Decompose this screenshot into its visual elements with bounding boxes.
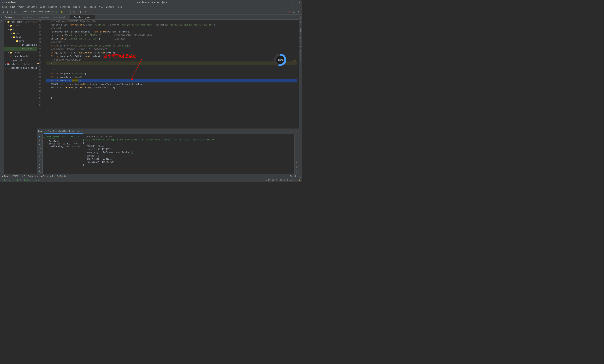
project-close-button[interactable]: − <box>33 16 36 19</box>
tab-pom-xml[interactable]: m pom.xml (face-demo) × <box>37 15 70 19</box>
translate-button[interactable]: A <box>84 10 88 14</box>
menu-edit[interactable]: Edit <box>9 5 17 9</box>
run-right-btn-down[interactable]: ▼ <box>295 139 299 143</box>
bottom-tool-terminal[interactable]: ▣ Terminal <box>40 175 55 178</box>
tree-item-pom[interactable]: ▶ m pom.xml <box>4 58 37 62</box>
run-config-selector[interactable]: ▶ FaceTest.testFaceRegister ▾ <box>20 10 54 13</box>
menu-window[interactable]: Window <box>105 5 115 9</box>
run-tree-facetest[interactable]: ▼ ✓ FaceTest (cn.itcast.baidu) 2s 299ms <box>43 141 81 145</box>
tree-item-src[interactable]: ▼ 📁 src <box>4 28 37 31</box>
menu-help[interactable]: Help <box>115 5 123 9</box>
expand-button[interactable]: ⤢ <box>88 10 93 14</box>
menu-refactor[interactable]: Refactor <box>59 5 72 9</box>
code-line-26: options.put("liveness_control", "LOW"); … <box>46 37 297 40</box>
problems-nav-up[interactable]: ∧ <box>292 10 296 14</box>
code-content[interactable]: //1.创建java代码和百度云交互的client对象 AipFace clie… <box>44 20 297 129</box>
tree-item-test[interactable]: ▼ 📁 test <box>4 35 37 39</box>
project-settings-button[interactable]: ⚙ <box>23 16 25 19</box>
tree-item-target[interactable]: ▶ 📁 target <box>4 51 37 54</box>
cursor-position[interactable]: 6:40 <box>265 179 270 181</box>
iml-file-icon: ⬡ <box>10 55 13 58</box>
run-minimize-button[interactable]: − <box>294 129 298 133</box>
structure-icon[interactable]: ≡ <box>0 19 3 22</box>
indent-setting[interactable]: 4 spaces <box>287 179 296 181</box>
menu-build[interactable]: Build <box>72 5 81 9</box>
menu-file[interactable]: File <box>1 5 9 9</box>
settings-button[interactable]: ⚙ <box>79 10 83 14</box>
menu-tools[interactable]: Tools <box>88 5 98 9</box>
event-log-button[interactable]: Event Log <box>290 175 301 177</box>
main-layout: 1 ≡ ★ Project ⚙ ≡ ⚙ − ▼ 📁 face-demo D:\软… <box>0 15 302 174</box>
bottom-tool-build[interactable]: 🔨 Build <box>55 175 68 178</box>
code-line-21: //1.创建java代码和百度云交互的client对象 <box>46 20 297 23</box>
run-prev-button[interactable]: ▲ <box>38 162 42 166</box>
run-panel: Run: ▶ FaceTest.testFaceRegister × ⚙ − <box>37 129 299 174</box>
tree-item-idea[interactable]: ▶ 📁 .idea <box>4 24 37 28</box>
folder-icon: 📁 <box>10 51 13 54</box>
build-button[interactable]: 🔨 <box>72 10 76 14</box>
menu-run[interactable]: Run <box>81 5 88 9</box>
run-expand-button[interactable]: ⤢ <box>38 158 42 162</box>
tab-facetest-java[interactable]: J FaceTest.java × <box>70 15 95 19</box>
bottom-tool-problems[interactable]: ⚠ 6: Problems <box>20 175 39 178</box>
run-output[interactable]: D:\JDK\JDK8\bin\java.exe ... [main] INFO… <box>81 134 294 174</box>
tree-item-scratches[interactable]: ▶ ✎ Scratches and Consoles <box>4 66 37 70</box>
run-right-btn-clear[interactable]: ⊘ <box>295 170 299 173</box>
tree-item-java[interactable]: ▼ 📁 java <box>4 39 37 43</box>
run-tab-close[interactable]: × <box>80 130 81 132</box>
favorites-icon[interactable]: ★ <box>0 23 3 26</box>
project-layout-button[interactable]: ≡ <box>26 16 29 19</box>
run-search-button[interactable]: 🔍 <box>38 170 42 173</box>
line-ending[interactable]: CRLF <box>272 179 277 181</box>
tree-item-facetest[interactable]: J FaceTest <box>4 47 37 51</box>
tree-item-external-libs[interactable]: ▶ 📚 External Libraries <box>4 62 37 66</box>
run-tab-icon: ▶ <box>46 130 47 132</box>
expand-icon: ▶ <box>7 24 10 27</box>
tree-item-main[interactable]: ▶ 📁 main <box>4 31 37 35</box>
run-filter-button[interactable]: ≡ <box>38 154 42 158</box>
run-play-button[interactable]: ▶ <box>38 135 42 138</box>
project-folder-icon: 📁 <box>7 20 10 23</box>
menu-view[interactable]: View <box>17 5 25 9</box>
menu-navigate[interactable]: Navigate <box>25 5 38 9</box>
run-right-btn-wrap[interactable]: ↩ <box>295 160 299 164</box>
run-right-btn-up[interactable]: ▲ <box>295 135 299 138</box>
run-settings-button[interactable]: ⚙ <box>290 129 294 133</box>
refresh-button[interactable]: ↺ <box>13 10 17 14</box>
right-panel-database[interactable]: Database <box>299 15 302 27</box>
maximize-button[interactable]: □ <box>294 1 297 4</box>
menu-analyze[interactable]: Analyze <box>47 5 58 9</box>
run-sort-desc-button[interactable]: ↓↑ <box>38 150 42 154</box>
right-panel-favorites[interactable]: Favorites <box>299 49 302 62</box>
tree-item-face-demo[interactable]: ▼ 📁 face-demo D:\软件\学习软件\毕业设计\打工仔\face-d… <box>4 20 37 24</box>
run-button[interactable]: ▶ <box>55 10 59 14</box>
coverage-button[interactable]: ☂ <box>65 10 69 14</box>
tree-item-iml[interactable]: ▶ ⬡ face-demo.iml <box>4 54 37 58</box>
right-panel-wordbook[interactable]: Word Book <box>299 36 302 49</box>
close-button[interactable]: × <box>298 1 301 4</box>
run-next-button[interactable]: ▼ <box>38 166 42 170</box>
run-sort-asc-button[interactable]: ↑↓ <box>38 146 42 150</box>
right-panel-maven[interactable]: Maven <box>299 27 302 35</box>
tree-item-package[interactable]: ▼ ⬡ cn.itcast.baidu <box>4 43 37 47</box>
tab-close-pom[interactable]: × <box>66 16 68 18</box>
forward-button[interactable]: ▶ <box>6 10 10 14</box>
run-tree-testfaceregister[interactable]: ✓ testFaceRegister 2s 299ms <box>43 145 81 148</box>
run-tab-facetest[interactable]: ▶ FaceTest.testFaceRegister × <box>44 129 83 134</box>
encoding[interactable]: UTF-8 <box>279 179 285 181</box>
menu-code[interactable]: Code <box>39 5 47 9</box>
bottom-tool-todo[interactable]: ≡ TODO <box>10 175 20 178</box>
problems-nav-down[interactable]: ∨ <box>297 10 301 14</box>
expand-icon: ▼ <box>44 141 46 144</box>
debug-button[interactable]: 🐛 <box>60 10 64 14</box>
menu-vcs[interactable]: VCS <box>98 5 104 9</box>
project-icon[interactable]: 1 <box>0 15 3 19</box>
tab-close-facetest[interactable]: × <box>92 16 93 19</box>
run-stop-button[interactable]: ■ <box>38 143 42 146</box>
bottom-tool-run[interactable]: ▶ Run <box>1 175 9 178</box>
run-check-button[interactable]: ✓ <box>38 139 42 142</box>
project-gear-button[interactable]: ⚙ <box>29 16 32 19</box>
minimize-button[interactable]: − <box>290 1 293 4</box>
back-button[interactable]: ◀ <box>1 10 5 14</box>
run-right-btn-print[interactable]: 🖨 <box>295 165 299 169</box>
